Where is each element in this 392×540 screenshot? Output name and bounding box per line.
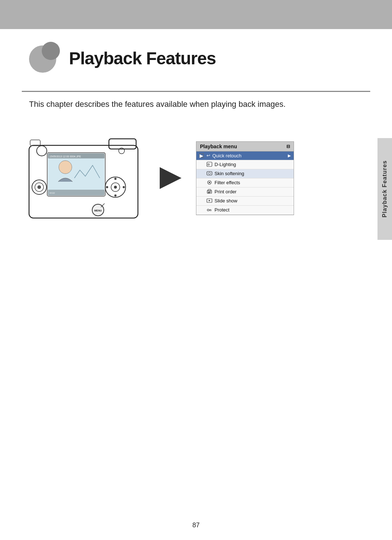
svg-point-21 bbox=[37, 185, 41, 189]
description-text: This chapter describes the features avai… bbox=[29, 98, 286, 110]
arrow-container bbox=[156, 167, 185, 189]
svg-point-14 bbox=[106, 186, 108, 188]
svg-point-11 bbox=[114, 186, 117, 189]
menu-header: Playback menu ⊟ bbox=[196, 142, 294, 152]
svg-marker-36 bbox=[209, 200, 211, 201]
chapter-circles bbox=[29, 42, 62, 74]
circle-small bbox=[42, 42, 60, 60]
filter-effects-label: Filter effects bbox=[215, 180, 240, 185]
slide-show-icon bbox=[207, 198, 212, 204]
svg-text:On: On bbox=[207, 208, 212, 212]
svg-rect-18 bbox=[30, 140, 40, 146]
svg-rect-33 bbox=[208, 192, 211, 193]
quick-retouch-arrow: ▶ bbox=[288, 153, 291, 158]
top-bar bbox=[0, 0, 392, 29]
svg-point-28 bbox=[208, 172, 211, 174]
svg-rect-1 bbox=[109, 139, 136, 149]
chapter-title: Playback Features bbox=[69, 48, 216, 68]
sidebar-label-text: Playback Features bbox=[381, 160, 388, 218]
menu-item-slide-show[interactable]: Slide show bbox=[196, 197, 294, 206]
svg-text:15/05/2013 12:00  0004.JPE: 15/05/2013 12:00 0004.JPE bbox=[49, 155, 81, 158]
menu-header-icon: ⊟ bbox=[286, 144, 290, 149]
protect-icon: On bbox=[207, 207, 212, 213]
menu-title: Playback menu bbox=[200, 144, 237, 149]
menu-item-d-lighting[interactable]: D D-Lighting bbox=[196, 160, 294, 169]
divider bbox=[22, 91, 370, 92]
svg-rect-34 bbox=[208, 193, 210, 193]
svg-point-30 bbox=[209, 182, 210, 183]
right-arrow-icon bbox=[160, 167, 181, 189]
d-lighting-icon: D bbox=[207, 162, 212, 168]
svg-point-17 bbox=[37, 146, 47, 156]
print-order-label: Print order bbox=[215, 189, 237, 194]
d-lighting-label: D-Lighting bbox=[215, 162, 236, 167]
svg-point-12 bbox=[114, 178, 117, 180]
print-order-icon bbox=[207, 189, 212, 195]
menu-item-quick-retouch[interactable]: ▶ ↩ Quick retouch ▶ bbox=[196, 152, 294, 160]
svg-point-4 bbox=[59, 161, 72, 174]
menu-item-print-order[interactable]: Print order bbox=[196, 188, 294, 197]
filter-effects-icon bbox=[207, 180, 212, 186]
svg-text:D: D bbox=[208, 163, 210, 166]
camera-illustration: 15/05/2013 12:00 0004.JPE 4/132 bbox=[22, 131, 145, 225]
protect-label: Protect bbox=[215, 207, 229, 213]
svg-text:4/132: 4/132 bbox=[49, 192, 55, 194]
menu-item-skin-softening[interactable]: Skin softening bbox=[196, 169, 294, 178]
menu-item-protect[interactable]: On Protect bbox=[196, 206, 294, 215]
menu-item-filter-effects[interactable]: Filter effects bbox=[196, 178, 294, 188]
quick-retouch-label: Quick retouch bbox=[212, 153, 241, 158]
skin-softening-label: Skin softening bbox=[215, 171, 244, 176]
page-number: 87 bbox=[192, 521, 200, 529]
svg-point-13 bbox=[114, 194, 117, 197]
sidebar-label: Playback Features bbox=[377, 138, 392, 240]
quick-retouch-icon: ↩ bbox=[207, 153, 210, 158]
svg-rect-3 bbox=[48, 153, 105, 196]
skin-softening-icon bbox=[207, 171, 212, 177]
menu-selector: ▶ bbox=[199, 153, 204, 158]
playback-menu: Playback menu ⊟ ▶ ↩ Quick retouch ▶ D D-… bbox=[196, 141, 294, 215]
svg-rect-7 bbox=[48, 190, 105, 196]
svg-point-15 bbox=[123, 186, 125, 188]
main-content: 15/05/2013 12:00 0004.JPE 4/132 bbox=[22, 131, 370, 225]
slide-show-label: Slide show bbox=[215, 198, 237, 203]
chapter-header: Playback Features bbox=[0, 29, 392, 87]
svg-text:MENU: MENU bbox=[94, 209, 102, 212]
